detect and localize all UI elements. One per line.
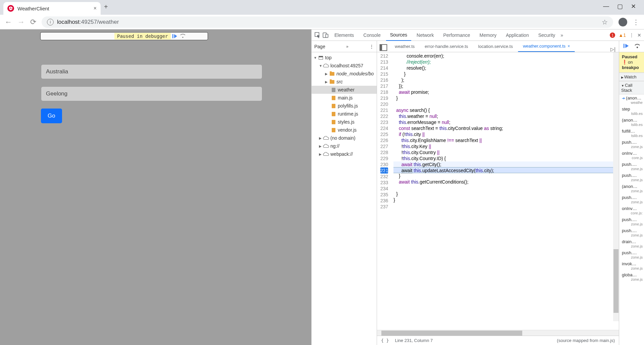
country-input[interactable]: Australia [41,64,262,79]
navigator-page-tab[interactable]: Page [314,44,325,49]
stack-frame[interactable]: push.…zone.js [619,172,644,183]
navigator-overflow-icon[interactable]: » [346,44,348,49]
angular-favicon-icon [7,5,14,12]
browser-chrome: — ▢ ✕ WeatherClient × + ← → ⟳ i localhos… [0,0,644,29]
editor-tab-location[interactable]: location.service.ts [473,41,518,52]
stack-frame[interactable]: push.…zone.js [619,216,644,227]
tree-file-runtime[interactable]: runtime.js [312,110,377,118]
sources-editor: weather.ts error-handle.service.ts locat… [377,41,619,345]
forward-button[interactable]: → [17,18,25,26]
tab-network[interactable]: Network [413,30,438,41]
code-area[interactable]: 2122132142152162172182192202212222232242… [377,52,619,330]
stack-frame[interactable]: push.…zone.js [619,249,644,260]
tree-file-styles[interactable]: styles.js [312,118,377,126]
step-over-button[interactable] [634,43,640,50]
vertical-scrollbar[interactable] [613,52,619,321]
devtools-close-icon[interactable]: ✕ [637,32,641,38]
tab-memory[interactable]: Memory [476,30,501,41]
back-button[interactable]: ← [5,18,12,26]
overlay-resume-button[interactable] [171,33,179,40]
tree-host[interactable]: ▼localhost:49257 [312,62,377,70]
callstack-section[interactable]: ▼Call Stack [619,81,644,94]
url-text: localhost:49257/weather [57,19,119,25]
tree-file-main[interactable]: main.js [312,94,377,102]
browser-toolbar: ← → ⟳ i localhost:49257/weather ☆ ⋮ [0,15,644,29]
weather-form: Australia Geelong Go [41,64,270,123]
tab-performance[interactable]: Performance [439,30,474,41]
tree-no-domain[interactable]: ▶(no domain) [312,134,377,142]
bookmark-icon[interactable]: ☆ [602,18,608,26]
tab-security[interactable]: Security [534,30,559,41]
tabs-overflow-icon[interactable]: » [560,32,563,38]
tree-folder-node-modules[interactable]: ▶node_modules/bo [312,70,377,78]
stack-frame[interactable]: drain…zone.js [619,238,644,249]
devtools-settings-icon[interactable]: ⋮ [629,32,634,38]
tab-close-icon[interactable]: × [94,5,97,11]
tab-console[interactable]: Console [359,30,384,41]
svg-marker-9 [625,44,629,48]
reload-button[interactable]: ⟳ [30,18,36,26]
pretty-print-icon[interactable]: { } [381,338,389,343]
cursor-position: Line 231, Column 7 [395,338,433,343]
maximize-icon[interactable]: ▢ [617,3,623,10]
city-input[interactable]: Geelong [41,86,262,101]
tab-application[interactable]: Application [502,30,533,41]
stack-frame[interactable]: push.…zone.js [619,161,644,172]
horizontal-scrollbar[interactable] [377,330,619,336]
stack-frame[interactable]: push.…zone.js [619,194,644,205]
editor-status-bar: { } Line 231, Column 7 (source mapped fr… [377,336,619,345]
stack-frame[interactable]: (anon…weathe [619,94,644,106]
stack-frame[interactable]: steptslib.es [619,106,644,117]
tree-file-weather[interactable]: weather [312,86,377,94]
address-bar[interactable]: i localhost:49257/weather ☆ [42,16,613,28]
minimize-icon[interactable]: — [603,3,609,10]
editor-tab-weather-component[interactable]: weather.component.ts× [518,41,575,52]
inspect-element-icon[interactable] [314,32,321,39]
stack-frame[interactable]: invok…zone.js [619,260,644,271]
stack-frame[interactable]: fulfill…tslib.es [619,128,644,139]
new-tab-button[interactable]: + [104,3,108,12]
device-toolbar-icon[interactable] [322,32,329,39]
stack-frame[interactable]: push.…zone.js [619,139,644,150]
editor-tab-error-handle[interactable]: error-handle.service.ts [420,41,473,52]
tree-top[interactable]: ▼top [312,54,377,62]
tree-webpack[interactable]: ▶webpack:// [312,150,377,158]
browser-tab[interactable]: WeatherClient × [3,2,101,15]
editor-tab-weather[interactable]: weather.ts [390,41,420,52]
paused-label: Paused in debugger [114,33,171,40]
watch-section[interactable]: ▶Watch [619,73,644,81]
tab-sources[interactable]: Sources [386,29,411,41]
tree-folder-src[interactable]: ▶src [312,78,377,86]
stack-frame[interactable]: push.…zone.js [619,227,644,238]
editor-tab-close-icon[interactable]: × [568,44,570,49]
source-map-info: (source mapped from main.js) [557,338,615,343]
overlay-step-button[interactable] [179,33,187,40]
navigator-menu-icon[interactable]: ⋮ [369,44,374,49]
editor-overflow-icon[interactable]: ▷| [610,47,615,52]
svg-rect-8 [623,44,624,48]
stack-frame[interactable]: (anon…tslib.es [619,117,644,128]
resume-button[interactable] [623,43,629,50]
window-controls: — ▢ ✕ [603,3,644,10]
error-count-badge[interactable]: 1 [610,32,615,38]
tree-ng[interactable]: ▶ng:// [312,142,377,150]
browser-menu-icon[interactable]: ⋮ [633,18,639,26]
stack-frame[interactable]: globa…zone.js [619,271,644,282]
close-icon[interactable]: ✕ [631,3,636,10]
site-info-icon[interactable]: i [47,19,54,25]
line-gutter[interactable]: 2122132142152162172182192202212222232242… [377,52,391,330]
tab-elements[interactable]: Elements [330,30,358,41]
show-navigator-icon[interactable] [379,43,388,52]
warning-count-badge[interactable]: ▲1 [619,32,626,38]
stack-frame[interactable]: onInv…core.js: [619,205,644,216]
stack-frame[interactable]: onInv…core.js [619,150,644,161]
go-button[interactable]: Go [41,109,62,123]
paused-reason: Paused ❗on breakpo [619,52,644,73]
profile-avatar-icon[interactable] [619,18,627,26]
svg-point-10 [636,47,638,48]
tree-file-vendor[interactable]: vendor.js [312,126,377,134]
tree-file-polyfills[interactable]: polyfills.js [312,102,377,110]
svg-rect-5 [326,34,328,38]
stack-frame[interactable]: (anon…zone.js [619,183,644,194]
code-lines[interactable]: console.error(err); //reject(err); resol… [391,52,619,330]
